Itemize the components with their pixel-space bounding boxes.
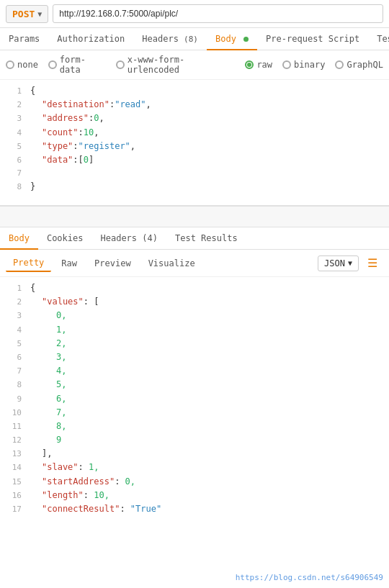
radio-urlencoded[interactable]: x-www-form-urlencoded [116, 55, 236, 75]
resp-line-6: 6 3, [0, 350, 389, 364]
code-line-7: 7 [0, 167, 389, 180]
chevron-down-icon: ▼ [37, 10, 42, 18]
watermark: https://blog.csdn.net/s64906549 [236, 573, 383, 582]
code-line-5: 5 "type":"register", [0, 140, 389, 153]
radio-urlencoded-circle [116, 60, 125, 69]
radio-raw[interactable]: raw [245, 60, 272, 70]
resp-line-4: 4 1, [0, 323, 389, 337]
radio-form-data-circle [48, 60, 57, 69]
tab-headers[interactable]: Headers (8) [133, 28, 207, 50]
url-input[interactable] [53, 4, 383, 23]
tab-body[interactable]: Body [207, 28, 257, 50]
section-divider [0, 206, 389, 227]
resp-line-17: 17 "connectResult": "True" [0, 502, 389, 516]
resp-tab-headers[interactable]: Headers (4) [91, 227, 166, 249]
resp-line-13: 13 ], [0, 447, 389, 461]
body-active-dot [243, 37, 249, 42]
resp-preview-btn[interactable]: Preview [87, 255, 138, 271]
radio-graphql-circle [335, 60, 344, 69]
resp-tab-cookies[interactable]: Cookies [38, 227, 92, 249]
resp-line-11: 11 8, [0, 420, 389, 433]
resp-visualize-btn[interactable]: Visualize [141, 255, 202, 271]
tab-tests[interactable]: Tests [368, 28, 389, 50]
code-line-4: 4 "count":10, [0, 126, 389, 140]
resp-line-7: 7 4, [0, 364, 389, 378]
wrap-icon: ☰ [367, 256, 377, 270]
body-type-selector: none form-data x-www-form-urlencoded raw… [0, 50, 389, 80]
code-line-8: 8 } [0, 180, 389, 194]
radio-none-circle [6, 60, 14, 69]
tab-params[interactable]: Params [0, 28, 48, 50]
resp-raw-btn[interactable]: Raw [54, 255, 84, 271]
radio-none[interactable]: none [6, 60, 38, 70]
resp-line-12: 12 9 [0, 433, 389, 447]
radio-graphql[interactable]: GraphQL [335, 60, 383, 70]
resp-line-14: 14 "slave": 1, [0, 461, 389, 474]
method-selector[interactable]: POST ▼ [6, 5, 48, 23]
request-tabs: Params Authorization Headers (8) Body Pr… [0, 28, 389, 50]
resp-tab-body[interactable]: Body [0, 227, 38, 249]
code-line-1: 1 { [0, 84, 389, 98]
resp-tab-test-results[interactable]: Test Results [166, 227, 246, 249]
resp-line-1: 1 { [0, 281, 389, 295]
request-body-editor[interactable]: 1 { 2 "destination":"read", 3 "address":… [0, 80, 389, 206]
tab-authorization[interactable]: Authorization [48, 28, 133, 50]
radio-binary-circle [282, 60, 291, 69]
response-tabs: Body Cookies Headers (4) Test Results [0, 227, 389, 250]
request-bar: POST ▼ [0, 0, 389, 28]
code-line-6: 6 "data":[0] [0, 153, 389, 167]
chevron-down-icon: ▼ [348, 259, 352, 267]
response-toolbar: Pretty Raw Preview Visualize JSON ▼ ☰ [0, 250, 389, 277]
resp-line-16: 16 "length": 10, [0, 489, 389, 502]
format-selector[interactable]: JSON ▼ [318, 255, 359, 271]
radio-form-data[interactable]: form-data [48, 55, 106, 75]
wrap-button[interactable]: ☰ [362, 253, 383, 273]
resp-line-5: 5 2, [0, 337, 389, 350]
radio-raw-circle [245, 60, 254, 69]
resp-line-10: 10 7, [0, 406, 389, 420]
radio-binary[interactable]: binary [282, 60, 325, 70]
resp-line-3: 3 0, [0, 309, 389, 322]
resp-line-8: 8 5, [0, 378, 389, 392]
response-body-viewer: 1 { 2 "values": [ 3 0, 4 1, 5 2, 6 3, 7 … [0, 277, 389, 520]
resp-line-15: 15 "startAddress": 0, [0, 475, 389, 489]
resp-pretty-btn[interactable]: Pretty [6, 255, 51, 272]
code-line-3: 3 "address":0, [0, 112, 389, 125]
code-line-2: 2 "destination":"read", [0, 98, 389, 112]
tab-pre-request-script[interactable]: Pre-request Script [257, 28, 368, 50]
resp-line-2: 2 "values": [ [0, 295, 389, 309]
resp-line-9: 9 6, [0, 392, 389, 406]
method-label: POST [12, 9, 35, 19]
